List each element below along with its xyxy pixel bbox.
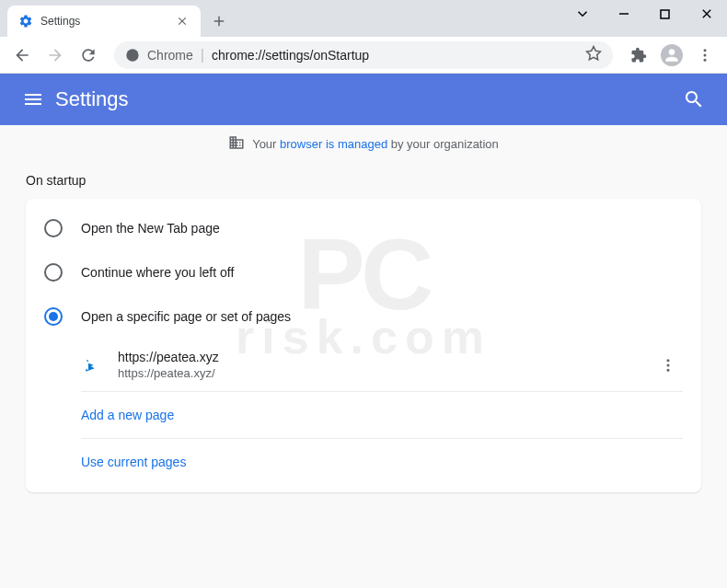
page-title: Settings bbox=[55, 87, 675, 111]
page-url-text: https://peatea.xyz/ bbox=[118, 366, 653, 380]
radio-label: Continue where you left off bbox=[81, 265, 234, 280]
maximize-button[interactable] bbox=[644, 0, 686, 28]
radio-label: Open a specific page or set of pages bbox=[81, 309, 291, 324]
radio-label: Open the New Tab page bbox=[81, 221, 220, 236]
startup-card: Open the New Tab page Continue where you… bbox=[26, 199, 701, 492]
extensions-icon[interactable] bbox=[624, 40, 653, 70]
page-kebab-menu-icon[interactable] bbox=[653, 351, 683, 380]
reload-button[interactable] bbox=[74, 40, 103, 70]
radio-icon bbox=[44, 219, 63, 237]
profile-avatar-icon[interactable] bbox=[657, 40, 687, 70]
svg-rect-1 bbox=[661, 10, 669, 18]
radio-icon bbox=[44, 263, 63, 282]
svg-point-5 bbox=[704, 53, 707, 56]
radio-new-tab[interactable]: Open the New Tab page bbox=[26, 206, 701, 250]
kebab-menu-icon[interactable] bbox=[690, 40, 720, 70]
section-title: On startup bbox=[0, 162, 727, 199]
page-title-text: https://peatea.xyz bbox=[118, 350, 653, 364]
banner-suffix: by your organization bbox=[391, 137, 499, 151]
managed-banner: Your browser is managed by your organiza… bbox=[0, 125, 727, 162]
radio-specific-page[interactable]: Open a specific page or set of pages bbox=[26, 294, 701, 339]
browser-tab[interactable]: Settings bbox=[7, 6, 201, 37]
bookmark-star-icon[interactable] bbox=[585, 45, 602, 65]
settings-header: Settings bbox=[0, 74, 727, 125]
hamburger-menu-icon[interactable] bbox=[15, 81, 52, 118]
minimize-button[interactable] bbox=[603, 0, 644, 28]
close-window-button[interactable] bbox=[686, 0, 727, 28]
building-icon bbox=[228, 134, 245, 154]
svg-point-7 bbox=[667, 359, 670, 362]
address-bar[interactable]: Chrome | chrome://settings/onStartup bbox=[114, 41, 613, 69]
svg-point-6 bbox=[704, 58, 707, 61]
managed-link[interactable]: browser is managed bbox=[280, 137, 387, 151]
site-info-icon[interactable] bbox=[125, 48, 140, 63]
bing-favicon-icon bbox=[81, 356, 99, 375]
svg-marker-3 bbox=[587, 46, 601, 59]
settings-gear-icon bbox=[18, 14, 33, 29]
forward-button[interactable] bbox=[40, 40, 70, 70]
svg-point-8 bbox=[667, 363, 670, 366]
add-page-link[interactable]: Add a new page bbox=[81, 408, 174, 422]
radio-icon bbox=[44, 307, 63, 326]
url-text: chrome://settings/onStartup bbox=[212, 48, 578, 63]
svg-point-2 bbox=[126, 49, 138, 61]
search-icon[interactable] bbox=[675, 81, 712, 118]
window-titlebar: Settings bbox=[0, 0, 727, 37]
svg-point-4 bbox=[704, 49, 707, 52]
browser-toolbar: Chrome | chrome://settings/onStartup bbox=[0, 37, 727, 74]
svg-point-9 bbox=[667, 368, 670, 371]
startup-page-row: https://peatea.xyz https://peatea.xyz/ bbox=[81, 339, 683, 392]
url-prefix: Chrome bbox=[147, 48, 193, 63]
use-current-row: Use current pages bbox=[81, 439, 683, 485]
page-info: https://peatea.xyz https://peatea.xyz/ bbox=[118, 350, 653, 380]
url-separator: | bbox=[201, 47, 204, 63]
window-controls bbox=[561, 0, 727, 28]
add-page-row: Add a new page bbox=[81, 392, 683, 439]
radio-continue[interactable]: Continue where you left off bbox=[26, 250, 701, 294]
chevron-down-icon[interactable] bbox=[561, 0, 603, 28]
startup-pages-list: https://peatea.xyz https://peatea.xyz/ A… bbox=[81, 339, 683, 485]
back-button[interactable] bbox=[7, 40, 37, 70]
new-tab-button[interactable] bbox=[206, 8, 232, 34]
use-current-link[interactable]: Use current pages bbox=[81, 455, 186, 469]
tab-title: Settings bbox=[40, 15, 175, 28]
banner-prefix: Your bbox=[252, 137, 276, 151]
close-tab-icon[interactable] bbox=[175, 14, 190, 29]
settings-content: Your browser is managed by your organiza… bbox=[0, 125, 727, 588]
